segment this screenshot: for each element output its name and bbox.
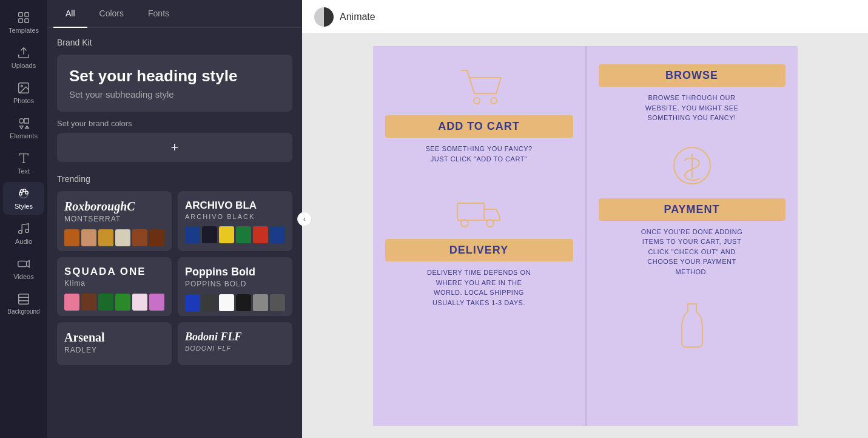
swatches-squada <box>64 294 164 311</box>
cart-icon <box>455 64 503 107</box>
swatch <box>98 294 113 311</box>
swatch <box>64 229 79 246</box>
brand-colors-label: Set your brand colors <box>57 119 292 128</box>
add-color-icon: + <box>171 140 179 155</box>
trending-grid: RoxboroughC MONTSERRAT Archivo Bla ARCHI… <box>57 191 292 365</box>
trending-card-poppins[interactable]: Poppins Bold Poppins Bold <box>178 257 292 316</box>
svg-point-20 <box>491 98 497 104</box>
swatches-archivo <box>185 226 285 243</box>
sidebar-item-videos[interactable]: Videos <box>3 252 44 285</box>
top-bar: Animate <box>302 0 868 34</box>
sidebar-item-audio[interactable]: Audio <box>3 217 44 250</box>
brand-kit-subheading: Set your subheading style <box>69 89 280 99</box>
svg-rect-21 <box>457 203 484 220</box>
swatch <box>115 229 130 246</box>
brand-kit-style-card[interactable]: Set your heading style Set your subheadi… <box>57 55 292 112</box>
tab-fonts[interactable]: Fonts <box>136 0 181 28</box>
swatch <box>98 229 113 246</box>
shapes-icon <box>17 116 30 130</box>
svg-point-15 <box>19 231 22 234</box>
payment-badge: PAYMENT <box>599 198 786 221</box>
swatch <box>149 294 164 311</box>
sidebar-item-uploads[interactable]: Uploads <box>3 41 44 74</box>
brand-kit-heading: Set your heading style <box>69 67 280 86</box>
swatch <box>236 294 251 311</box>
trending-font2-roxborough: MONTSERRAT <box>64 215 164 223</box>
swatch <box>149 229 164 246</box>
trending-font2-squada: Klima <box>64 279 164 288</box>
sidebar-label-elements: Elements <box>10 132 38 140</box>
sidebar-label-photos: Photos <box>13 97 34 104</box>
sidebar-item-styles[interactable]: Styles <box>3 182 44 215</box>
upload-icon <box>17 46 30 59</box>
trending-font2-arsenal: Radley <box>64 346 164 354</box>
delivery-desc: DELIVERY TIME DEPENDS ONWHERE YOU ARE IN… <box>427 268 531 308</box>
canvas-area: ADD TO CART SEE SOMETHING YOU FANCY?JUST… <box>302 34 868 438</box>
swatch <box>185 226 200 243</box>
swatch <box>236 226 251 243</box>
browse-badge: BROWSE <box>599 64 786 87</box>
trending-font1-archivo: Archivo Bla <box>185 200 285 212</box>
panel-tabs: All Colors Fonts <box>47 0 302 28</box>
brand-colors-add-button[interactable]: + <box>57 133 292 162</box>
trending-card-arsenal[interactable]: Arsenal Radley <box>57 322 172 365</box>
swatch <box>115 294 130 311</box>
tab-colors[interactable]: Colors <box>87 0 136 28</box>
trending-font1-bodoni: Bodoni FLF <box>185 331 285 343</box>
swatch <box>270 294 285 311</box>
svg-rect-1 <box>25 13 29 16</box>
background-icon <box>17 292 30 306</box>
canvas-left: ADD TO CART SEE SOMETHING YOU FANCY?JUST… <box>373 46 585 426</box>
panel-collapse-button[interactable]: ‹ <box>297 212 312 226</box>
svg-point-16 <box>25 229 29 233</box>
sidebar-item-text[interactable]: Text <box>3 147 44 180</box>
tab-all[interactable]: All <box>53 0 87 28</box>
palette-icon <box>17 187 30 200</box>
sidebar-label-uploads: Uploads <box>12 62 36 69</box>
trending-card-archivo[interactable]: Archivo Bla ARCHIVO BLACK <box>178 191 292 251</box>
sidebar: Templates Uploads Photos Elements <box>0 0 47 438</box>
sidebar-label-templates: Templates <box>8 27 39 34</box>
cart-icon-container <box>455 64 503 107</box>
truck-icon <box>455 194 503 231</box>
trending-font1-roxborough: RoxboroughC <box>64 200 164 214</box>
trending-card-squada[interactable]: SQUADA ONE Klima <box>57 257 172 316</box>
swatch <box>132 229 147 246</box>
swatches-roxborough <box>64 229 164 246</box>
svg-point-19 <box>474 98 480 104</box>
swatch <box>253 294 268 311</box>
swatch <box>253 226 268 243</box>
animate-label: Animate <box>340 12 375 22</box>
trending-font2-poppins: Poppins Bold <box>185 280 285 288</box>
browse-desc: BROWSE THROUGH OURWEBSITE. YOU MIGHT SEE… <box>645 93 739 123</box>
svg-rect-8 <box>24 119 29 123</box>
svg-rect-0 <box>19 13 22 16</box>
text-icon <box>17 152 30 165</box>
trending-font2-archivo: ARCHIVO BLACK <box>185 213 285 220</box>
dollar-icon-container <box>668 141 716 190</box>
trending-font1-squada: SQUADA ONE <box>64 266 164 278</box>
canvas-right: BROWSE BROWSE THROUGH OURWEBSITE. YOU MI… <box>585 46 798 426</box>
brand-kit-title: Brand Kit <box>57 38 292 47</box>
truck-icon-container <box>455 194 503 231</box>
sidebar-item-elements[interactable]: Elements <box>3 112 44 144</box>
swatch <box>64 294 79 311</box>
trending-font1-arsenal: Arsenal <box>64 331 164 345</box>
trending-font1-poppins: Poppins Bold <box>185 266 285 278</box>
canvas-section-cart: ADD TO CART SEE SOMETHING YOU FANCY?JUST… <box>385 64 573 164</box>
swatch <box>219 226 234 243</box>
swatch <box>185 294 200 311</box>
trending-font2-bodoni: BODONI FLF <box>185 345 285 352</box>
sidebar-item-background[interactable]: Background <box>3 288 44 320</box>
music-icon <box>17 222 30 235</box>
sidebar-item-photos[interactable]: Photos <box>3 76 44 109</box>
video-icon <box>17 257 30 271</box>
canvas-section-browse: BROWSE BROWSE THROUGH OURWEBSITE. YOU MI… <box>599 64 786 123</box>
sidebar-item-templates[interactable]: Templates <box>3 6 44 39</box>
payment-desc: ONCE YOU'RE DONE ADDINGITEMS TO YOUR CAR… <box>641 227 742 277</box>
svg-rect-3 <box>25 19 29 22</box>
trending-card-bodoni[interactable]: Bodoni FLF BODONI FLF <box>178 322 292 365</box>
trending-card-roxborough[interactable]: RoxboroughC MONTSERRAT <box>57 191 172 251</box>
add-to-cart-desc: SEE SOMETHING YOU FANCY?JUST CLICK "ADD … <box>425 144 532 164</box>
grid-icon <box>17 11 30 24</box>
